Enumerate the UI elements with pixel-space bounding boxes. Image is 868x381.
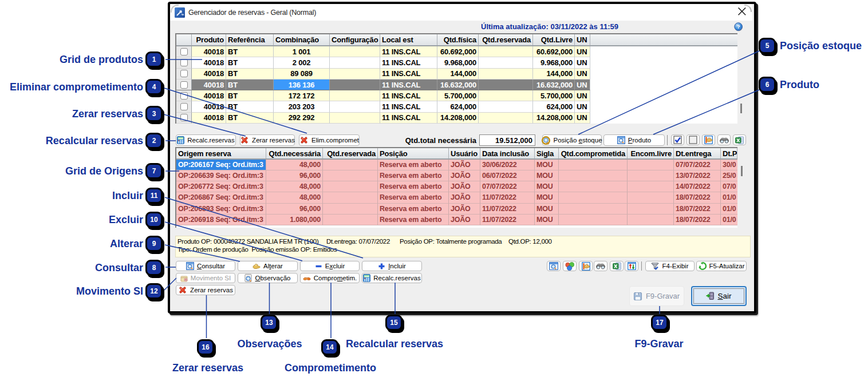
svg-text:?: ? (737, 23, 740, 30)
